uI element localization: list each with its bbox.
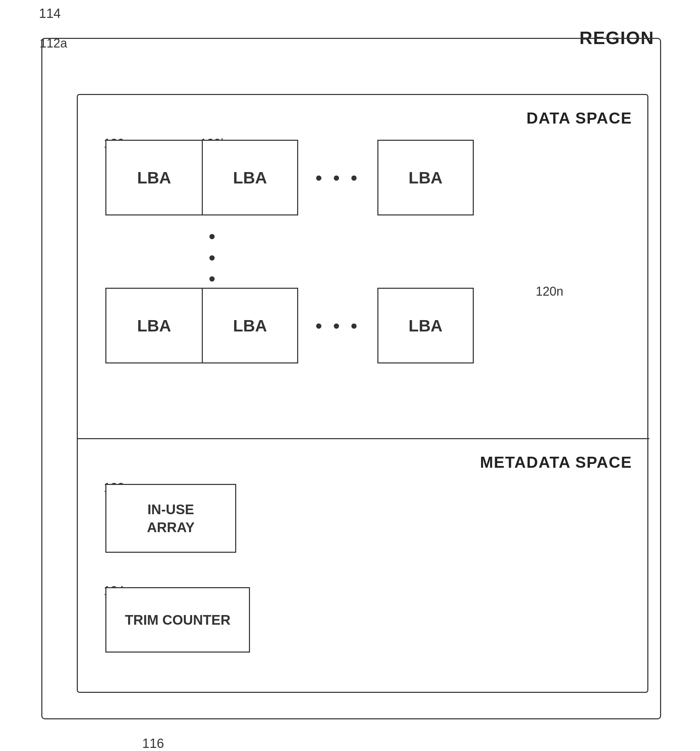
ref-114: 114	[39, 6, 60, 21]
trim-counter-box: TRIM COUNTER	[105, 587, 250, 652]
lba-box-1b: LBA	[202, 140, 298, 215]
ref-120n: 120n	[536, 284, 563, 299]
data-space-label: DATA SPACE	[527, 109, 632, 127]
data-space: DATA SPACE 120a 120b LBA LBA • • • LBA •…	[78, 95, 649, 439]
diagram-container: 112a REGION 114 DATA SPACE 120a 120b LBA…	[21, 17, 675, 733]
region-box: 114 DATA SPACE 120a 120b LBA LBA • • • L…	[41, 38, 661, 719]
in-use-array-box: IN-USEARRAY	[105, 484, 236, 553]
dots-horiz-1: • • •	[315, 167, 360, 189]
lba-box-1n: LBA	[377, 140, 474, 215]
lba-box-2n: LBA	[377, 288, 474, 363]
lba-box-2b: LBA	[202, 288, 298, 363]
lba-row2: LBA LBA • • • LBA	[105, 288, 474, 363]
metadata-space-label: METADATA SPACE	[480, 453, 632, 471]
storage-box: DATA SPACE 120a 120b LBA LBA • • • LBA •…	[77, 94, 648, 693]
lba-box-2a: LBA	[105, 288, 202, 363]
lba-row1: LBA LBA • • • LBA	[105, 140, 474, 215]
lba-box-1a: LBA	[105, 140, 202, 215]
ref-116: 116	[142, 736, 164, 751]
dots-horiz-2: • • •	[315, 315, 360, 337]
metadata-space: METADATA SPACE 122 IN-USEARRAY 124 TRIM …	[78, 439, 649, 694]
in-use-array-label: IN-USEARRAY	[147, 501, 195, 536]
vertical-dots: • • •	[209, 226, 216, 289]
